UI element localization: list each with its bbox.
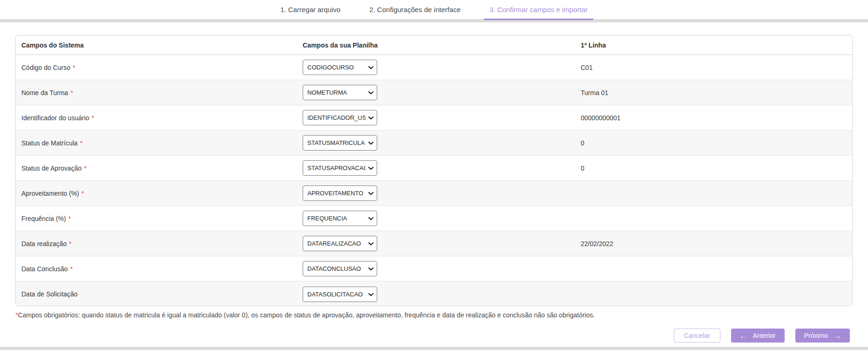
- first-line-value: 22/02/2022: [581, 240, 852, 247]
- table-row: Status de Aprovação*STATUSAPROVACAO0: [16, 156, 852, 181]
- wizard-steps-bar: 1. Carregar arquivo 2. Configurações de …: [0, 0, 868, 19]
- spreadsheet-field-select-wrap: STATUSAPROVACAO: [303, 160, 377, 176]
- system-field-label: Frequência (%): [21, 215, 66, 222]
- table-row: Identificador do usuário*IDENTIFICADOR_U…: [16, 105, 852, 130]
- required-asterisk: *: [81, 190, 84, 197]
- spreadsheet-field-cell: DATAREALIZACAO: [303, 236, 581, 251]
- first-line-value: 00000000001: [581, 114, 852, 122]
- first-line-value: 0: [581, 165, 852, 172]
- system-field-cell: Data Conclusão*: [16, 265, 303, 273]
- cancel-button[interactable]: Cancelar: [674, 329, 720, 343]
- step-3-confirmar-campos-importar[interactable]: 3. Confirmar campos e importar: [484, 0, 593, 19]
- spreadsheet-field-cell: DATACONCLUSAO: [303, 261, 581, 276]
- table-row: Nome da Turma*NOMETURMATurma 01: [16, 80, 852, 105]
- system-field-cell: Data realização*: [16, 240, 303, 247]
- spreadsheet-field-select-wrap: DATACONCLUSAO: [303, 261, 377, 276]
- system-field-cell: Nome da Turma*: [16, 89, 303, 96]
- table-row: Status de Matrícula*STATUSMATRICULA0: [16, 130, 852, 156]
- system-field-label: Data de Solicitação: [21, 290, 78, 298]
- system-field-label: Aproveitamento (%): [21, 190, 79, 197]
- table-row: Aproveitamento (%)*APROVEITAMENTO: [16, 181, 852, 206]
- field-mapping-table: Campos do Sistema Campos da sua Planilha…: [15, 35, 853, 306]
- import-wizard-page: 1. Carregar arquivo 2. Configurações de …: [0, 0, 868, 350]
- spreadsheet-field-select[interactable]: DATAREALIZACAO: [303, 236, 377, 251]
- spreadsheet-field-select-wrap: STATUSMATRICULA: [303, 135, 377, 151]
- spreadsheet-field-select-wrap: NOMETURMA: [303, 85, 377, 100]
- step-2-configuracoes-interface[interactable]: 2. Configurações de interface: [364, 0, 466, 19]
- spreadsheet-field-cell: DATASOLICITACAO: [303, 287, 581, 302]
- spreadsheet-field-cell: CODIGOCURSO: [303, 60, 581, 75]
- column-header-campos-da-planilha: Campos da sua Planilha: [303, 41, 581, 49]
- next-button[interactable]: Próximo →: [795, 329, 850, 343]
- spreadsheet-field-cell: APROVEITAMENTO: [303, 185, 581, 201]
- spreadsheet-field-select-wrap: FREQUENCIA: [303, 211, 377, 226]
- table-body: Código do Curso*CODIGOCURSOC01Nome da Tu…: [16, 55, 852, 306]
- table-row: Frequência (%)*FREQUENCIA: [16, 206, 852, 231]
- required-asterisk: *: [70, 89, 73, 96]
- table-header-row: Campos do Sistema Campos da sua Planilha…: [16, 35, 852, 55]
- spreadsheet-field-cell: FREQUENCIA: [303, 211, 581, 226]
- system-field-cell: Aproveitamento (%)*: [16, 190, 303, 197]
- system-field-cell: Frequência (%)*: [16, 215, 303, 222]
- system-field-label: Nome da Turma: [21, 89, 68, 96]
- system-field-cell: Data de Solicitação: [16, 290, 303, 298]
- spreadsheet-field-select[interactable]: STATUSMATRICULA: [303, 135, 377, 151]
- system-field-label: Código do Curso: [21, 64, 70, 71]
- first-line-value: C01: [581, 64, 852, 71]
- spreadsheet-field-select[interactable]: STATUSAPROVACAO: [303, 160, 377, 176]
- spreadsheet-field-select-wrap: CODIGOCURSO: [303, 60, 377, 75]
- bottom-divider: [0, 347, 868, 350]
- system-field-label: Data realização: [21, 240, 67, 247]
- spreadsheet-field-select[interactable]: NOMETURMA: [303, 85, 377, 100]
- spreadsheet-field-cell: NOMETURMA: [303, 85, 581, 100]
- required-fields-note: *Campos obrigatórios: quando status de m…: [15, 311, 595, 319]
- system-field-cell: Código do Curso*: [16, 64, 303, 71]
- table-row: Data de SolicitaçãoDATASOLICITACAO: [16, 281, 852, 306]
- required-asterisk: *: [68, 215, 71, 222]
- required-asterisk: *: [84, 165, 86, 172]
- next-button-label: Próximo: [804, 332, 828, 339]
- spreadsheet-field-cell: STATUSAPROVACAO: [303, 160, 581, 176]
- spreadsheet-field-cell: IDENTIFICADOR_USUARIO: [303, 110, 581, 125]
- table-row: Código do Curso*CODIGOCURSOC01: [16, 55, 852, 80]
- spreadsheet-field-select-wrap: DATASOLICITACAO: [303, 287, 377, 302]
- header-divider: [0, 19, 868, 22]
- arrow-right-icon: →: [834, 332, 841, 339]
- required-asterisk: *: [73, 64, 75, 71]
- required-asterisk: *: [70, 265, 73, 273]
- first-line-value: 0: [581, 139, 852, 147]
- arrow-left-icon: ←: [740, 332, 747, 339]
- required-asterisk: *: [92, 114, 94, 122]
- table-row: Data realização*DATAREALIZACAO22/02/2022: [16, 231, 852, 256]
- first-line-value: Turma 01: [581, 89, 852, 96]
- step-1-carregar-arquivo[interactable]: 1. Carregar arquivo: [275, 0, 346, 19]
- spreadsheet-field-select[interactable]: DATASOLICITACAO: [303, 287, 377, 302]
- column-header-primeira-linha: 1ª Linha: [581, 41, 852, 49]
- table-row: Data Conclusão*DATACONCLUSAO: [16, 256, 852, 281]
- spreadsheet-field-cell: STATUSMATRICULA: [303, 135, 581, 151]
- footnote-text: Campos obrigatórios: quando status de ma…: [18, 311, 595, 319]
- previous-button[interactable]: ← Anterior: [731, 329, 785, 343]
- spreadsheet-field-select[interactable]: DATACONCLUSAO: [303, 261, 377, 276]
- spreadsheet-field-select[interactable]: IDENTIFICADOR_USUARIO: [303, 110, 377, 125]
- system-field-cell: Status de Aprovação*: [16, 165, 303, 172]
- system-field-label: Status de Aprovação: [21, 165, 81, 172]
- system-field-label: Data Conclusão: [21, 265, 68, 273]
- required-asterisk: *: [80, 139, 82, 147]
- previous-button-label: Anterior: [753, 332, 776, 339]
- system-field-label: Identificador do usuário: [21, 114, 89, 122]
- column-header-campos-do-sistema: Campos do Sistema: [16, 41, 303, 49]
- wizard-actions: Cancelar ← Anterior Próximo →: [674, 329, 850, 343]
- spreadsheet-field-select-wrap: APROVEITAMENTO: [303, 185, 377, 201]
- spreadsheet-field-select-wrap: DATAREALIZACAO: [303, 236, 377, 251]
- required-asterisk: *: [69, 240, 71, 247]
- system-field-label: Status de Matrícula: [21, 139, 78, 147]
- system-field-cell: Status de Matrícula*: [16, 139, 303, 147]
- system-field-cell: Identificador do usuário*: [16, 114, 303, 122]
- spreadsheet-field-select[interactable]: CODIGOCURSO: [303, 60, 377, 75]
- spreadsheet-field-select-wrap: IDENTIFICADOR_USUARIO: [303, 110, 377, 125]
- spreadsheet-field-select[interactable]: FREQUENCIA: [303, 211, 377, 226]
- spreadsheet-field-select[interactable]: APROVEITAMENTO: [303, 185, 377, 201]
